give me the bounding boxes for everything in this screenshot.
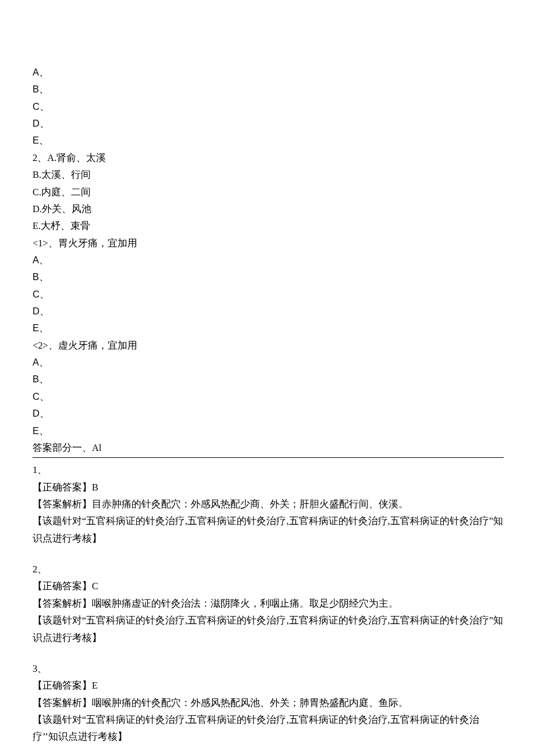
q2-sub2-option-a: A、 — [33, 354, 504, 371]
answer-2-explain: 【答案解析】咽喉肿痛虚证的针灸治法：滋阴降火，利咽止痛。取足少阴经穴为主。 — [33, 595, 504, 612]
question-2-block: 2、A.肾俞、太溪 B.太溪、行间 C.内庭、二间 D.外关、风池 E.大杼、束… — [33, 149, 504, 439]
answer-4-block: 4、 — [33, 754, 504, 756]
answer-3-explain: 【答案解析】咽喉肿痛的针灸配穴：外感风热配风池、外关；肺胃热盛配内庭、鱼际。 — [33, 694, 504, 711]
answer-3-correct: 【正确答案】E — [33, 677, 504, 694]
q2-sub1-option-c: C、 — [33, 286, 504, 303]
answer-1-block: 1、 【正确答案】B 【答案解析】目赤肿痛的针灸配穴：外感风热配少商、外关；肝胆… — [33, 461, 504, 547]
q2-sub1-option-b: B、 — [33, 268, 504, 285]
answers-header: 答案部分一、Al — [33, 439, 504, 458]
q2-sub2-option-b: B、 — [33, 371, 504, 388]
answer-2-number: 2、 — [33, 561, 504, 578]
answer-4-number: 4、 — [33, 754, 504, 756]
answer-3-topic: 【该题针对“五官科病证的针灸治疗,五官科病证的针灸治疗,五官科病证的针灸治疗,五… — [33, 711, 504, 746]
q2-sub2-option-c: C、 — [33, 388, 504, 405]
q2-choice-a: 2、A.肾俞、太溪 — [33, 149, 504, 166]
answer-2-correct: 【正确答案】C — [33, 578, 504, 594]
option-block-top: A、 B、 C、 D、 E、 — [33, 64, 504, 149]
document-page: A、 B、 C、 D、 E、 2、A.肾俞、太溪 B.太溪、行间 C.内庭、二间… — [0, 0, 535, 756]
option-b: B、 — [33, 81, 504, 98]
q2-choice-c: C.内庭、二间 — [33, 184, 504, 200]
option-e: E、 — [33, 132, 504, 149]
q2-choice-d: D.外关、风池 — [33, 200, 504, 217]
answer-3-block: 3、 【正确答案】E 【答案解析】咽喉肿痛的针灸配穴：外感风热配风池、外关；肺胃… — [33, 660, 504, 746]
q2-choice-b: B.太溪、行间 — [33, 166, 504, 183]
option-a: A、 — [33, 64, 504, 81]
q2-sub2-option-d: D、 — [33, 405, 504, 422]
answer-1-topic: 【该题针对“五官科病证的针灸治疗,五官科病证的针灸治疗,五官科病证的针灸治疗,五… — [33, 513, 504, 547]
q2-sub1-option-d: D、 — [33, 303, 504, 320]
answer-1-correct: 【正确答案】B — [33, 479, 504, 496]
q2-sub1-prompt: <1>、胃火牙痛，宜加用 — [33, 235, 504, 252]
answer-1-explain: 【答案解析】目赤肿痛的针灸配穴：外感风热配少商、外关；肝胆火盛配行间、侠溪。 — [33, 496, 504, 513]
answer-3-number: 3、 — [33, 660, 504, 677]
q2-sub2-option-e: E、 — [33, 422, 504, 439]
q2-sub2-prompt: <2>、虚火牙痛，宜加用 — [33, 337, 504, 354]
q2-sub1-option-a: A、 — [33, 252, 504, 268]
option-d: D、 — [33, 115, 504, 132]
q2-sub1-option-e: E、 — [33, 320, 504, 336]
q2-choice-e: E.大杼、束骨 — [33, 217, 504, 234]
option-c: C、 — [33, 98, 504, 115]
answer-2-topic: 【该题针对“五官科病证的针灸治疗,五官科病证的针灸治疗,五官科病证的针灸治疗,五… — [33, 612, 504, 646]
answer-1-number: 1、 — [33, 461, 504, 478]
answer-2-block: 2、 【正确答案】C 【答案解析】咽喉肿痛虚证的针灸治法：滋阴降火，利咽止痛。取… — [33, 561, 504, 646]
